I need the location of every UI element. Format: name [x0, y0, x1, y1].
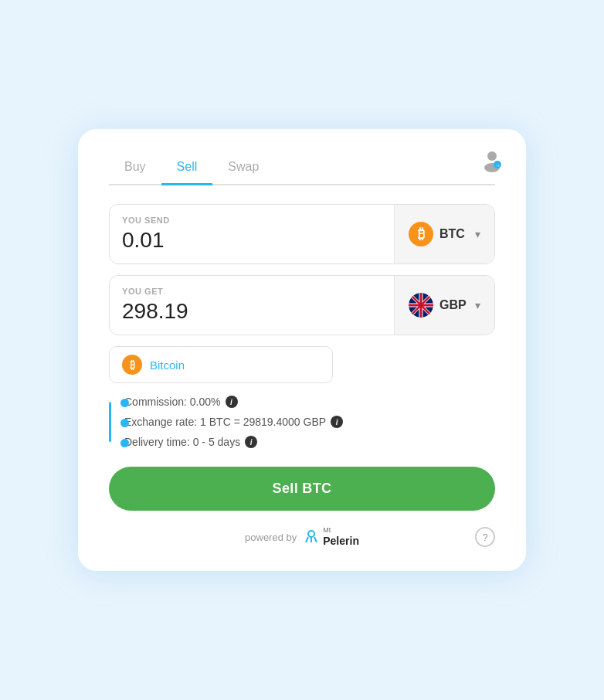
delivery-time-row: Delivery time: 0 - 5 days i: [124, 436, 495, 448]
send-input-left: YOU SEND 0.01: [110, 205, 394, 263]
svg-point-0: [487, 151, 497, 161]
footer: powered by Mt Pelerin ?: [109, 526, 495, 548]
delivery-time-text: Delivery time: 0 - 5 days: [124, 436, 240, 448]
get-chevron-icon: ▾: [475, 299, 480, 311]
send-currency-selector[interactable]: ₿ BTC ▾: [394, 205, 494, 263]
get-value[interactable]: 298.19: [122, 299, 382, 324]
svg-text:→: →: [494, 162, 501, 169]
user-icon-area[interactable]: →: [480, 148, 504, 175]
exchange-rate-text: Exchange rate: 1 BTC = 29819.4000 GBP: [124, 416, 326, 428]
help-icon[interactable]: ?: [475, 527, 495, 547]
tab-swap[interactable]: Swap: [212, 152, 274, 185]
delivery-info-icon[interactable]: i: [245, 436, 257, 448]
get-input-left: YOU GET 298.19: [110, 276, 394, 335]
suggestion-btc-icon: ₿: [122, 355, 142, 375]
svg-line-16: [314, 537, 317, 542]
send-value[interactable]: 0.01: [122, 228, 382, 253]
get-currency-code: GBP: [439, 298, 467, 312]
send-currency-code: BTC: [439, 227, 465, 241]
exchange-rate-row: Exchange rate: 1 BTC = 29819.4000 GBP i: [124, 416, 495, 428]
exchange-info-icon[interactable]: i: [331, 416, 343, 428]
timeline-line: [109, 402, 111, 442]
svg-line-15: [306, 537, 308, 542]
pelerin-name-label: Pelerin: [323, 535, 359, 548]
pelerin-brand-icon: [303, 528, 320, 545]
suggestion-label: Bitcoin: [150, 358, 185, 372]
btc-icon: ₿: [409, 222, 433, 246]
commission-row: Commission: 0.00% i: [124, 396, 495, 408]
svg-point-14: [308, 531, 314, 537]
tabs-container: Buy Sell Swap: [109, 152, 495, 185]
tab-buy[interactable]: Buy: [109, 152, 161, 185]
tab-sell[interactable]: Sell: [161, 152, 213, 185]
info-rows-container: Commission: 0.00% i Exchange rate: 1 BTC…: [109, 396, 495, 448]
get-section: YOU GET 298.19 GBP ▾: [109, 275, 495, 335]
commission-text: Commission: 0.00%: [124, 396, 221, 408]
send-label: YOU SEND: [122, 216, 382, 225]
pelerin-logo[interactable]: Mt Pelerin: [303, 526, 359, 548]
sell-button[interactable]: Sell BTC: [109, 467, 495, 511]
commission-info-icon[interactable]: i: [226, 396, 238, 408]
pelerin-mt-label: Mt: [323, 526, 359, 535]
main-card: → Buy Sell Swap YOU SEND 0.01 ₿ BTC ▾ YO…: [78, 129, 526, 571]
powered-by-text: powered by: [245, 532, 297, 543]
get-label: YOU GET: [122, 287, 382, 296]
get-currency-selector[interactable]: GBP ▾: [394, 276, 494, 335]
gbp-flag-icon: [409, 293, 433, 318]
send-chevron-icon: ▾: [475, 228, 480, 240]
user-icon[interactable]: →: [480, 148, 504, 172]
bitcoin-suggestion[interactable]: ₿ Bitcoin: [109, 346, 333, 383]
send-section: YOU SEND 0.01 ₿ BTC ▾: [109, 204, 495, 264]
